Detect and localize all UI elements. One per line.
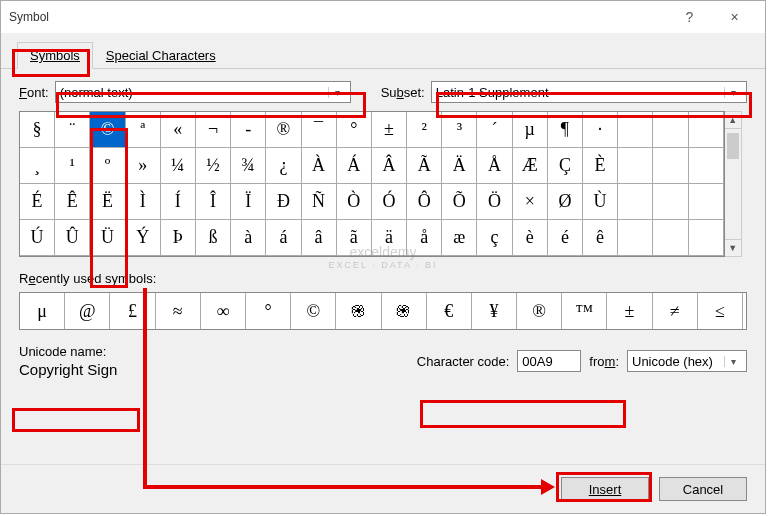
symbol-cell[interactable]: µ: [513, 112, 548, 148]
help-button[interactable]: ?: [667, 2, 712, 32]
symbol-cell[interactable]: [653, 184, 688, 220]
symbol-cell[interactable]: è: [513, 220, 548, 256]
symbol-cell[interactable]: Ò: [337, 184, 372, 220]
symbol-cell[interactable]: Â: [372, 148, 407, 184]
subset-select[interactable]: Latin-1 Supplement ▾: [431, 81, 747, 103]
from-select[interactable]: Unicode (hex) ▾: [627, 350, 747, 372]
symbol-cell[interactable]: å: [407, 220, 442, 256]
symbol-cell[interactable]: É: [20, 184, 55, 220]
symbol-cell[interactable]: Õ: [442, 184, 477, 220]
symbol-cell[interactable]: ã: [337, 220, 372, 256]
symbol-cell[interactable]: ¾: [231, 148, 266, 184]
recent-symbol-cell[interactable]: ≠: [653, 293, 698, 329]
symbol-cell[interactable]: æ: [442, 220, 477, 256]
font-select[interactable]: (normal text) ▾: [55, 81, 351, 103]
symbol-cell[interactable]: Ì: [126, 184, 161, 220]
symbol-cell[interactable]: Ç: [548, 148, 583, 184]
symbol-cell[interactable]: Ð: [266, 184, 301, 220]
symbol-cell[interactable]: Ä: [442, 148, 477, 184]
symbol-cell[interactable]: [653, 148, 688, 184]
recent-symbol-cell[interactable]: ֍: [382, 293, 427, 329]
symbol-cell[interactable]: ¿: [266, 148, 301, 184]
recent-symbol-cell[interactable]: €: [427, 293, 472, 329]
recent-symbol-cell[interactable]: ®: [517, 293, 562, 329]
symbol-cell[interactable]: [618, 112, 653, 148]
symbol-cell[interactable]: [689, 184, 724, 220]
recent-symbol-cell[interactable]: ∞: [201, 293, 246, 329]
symbol-cell[interactable]: [618, 148, 653, 184]
scroll-thumb[interactable]: [727, 133, 739, 159]
symbol-cell[interactable]: ×: [513, 184, 548, 220]
symbol-cell[interactable]: â: [302, 220, 337, 256]
symbol-cell[interactable]: ®: [266, 112, 301, 148]
symbol-cell[interactable]: ³: [442, 112, 477, 148]
symbol-cell[interactable]: -: [231, 112, 266, 148]
tab-special-characters[interactable]: Special Characters: [93, 42, 229, 69]
symbol-cell[interactable]: Î: [196, 184, 231, 220]
recent-symbol-cell[interactable]: ≤: [698, 293, 743, 329]
symbol-cell[interactable]: Ö: [477, 184, 512, 220]
symbol-grid[interactable]: §¨©ª«¬-®¯°±²³´µ¶· ¸¹º»¼½¾¿ÀÁÂÃÄÅÆÇÈÉÊËÌÍ…: [19, 111, 725, 257]
symbol-cell[interactable]: Ó: [372, 184, 407, 220]
symbol-cell[interactable]: Ý: [126, 220, 161, 256]
symbol-cell[interactable]: ß: [196, 220, 231, 256]
close-button[interactable]: ×: [712, 2, 757, 32]
symbol-cell[interactable]: Ù: [583, 184, 618, 220]
symbol-cell[interactable]: ç: [477, 220, 512, 256]
scroll-up-button[interactable]: ▲: [725, 112, 741, 129]
symbol-cell[interactable]: ê: [583, 220, 618, 256]
symbol-cell[interactable]: [689, 148, 724, 184]
scroll-track[interactable]: [725, 129, 741, 239]
symbol-cell[interactable]: é: [548, 220, 583, 256]
symbol-cell[interactable]: ¬: [196, 112, 231, 148]
symbol-cell[interactable]: [689, 220, 724, 256]
symbol-cell[interactable]: [618, 220, 653, 256]
symbol-cell[interactable]: Ú: [20, 220, 55, 256]
symbol-cell[interactable]: ¯: [302, 112, 337, 148]
symbol-cell[interactable]: ©: [90, 112, 125, 148]
recent-symbol-cell[interactable]: μ: [20, 293, 65, 329]
symbol-cell[interactable]: ·: [583, 112, 618, 148]
charcode-input[interactable]: [517, 350, 581, 372]
symbol-cell[interactable]: ¨: [55, 112, 90, 148]
symbol-cell[interactable]: Û: [55, 220, 90, 256]
symbol-cell[interactable]: º: [90, 148, 125, 184]
recent-symbol-cell[interactable]: @: [65, 293, 110, 329]
symbol-cell[interactable]: Ï: [231, 184, 266, 220]
symbol-cell[interactable]: Í: [161, 184, 196, 220]
recent-symbol-cell[interactable]: ¥: [472, 293, 517, 329]
symbol-cell[interactable]: à: [231, 220, 266, 256]
symbol-cell[interactable]: ±: [372, 112, 407, 148]
cancel-button[interactable]: Cancel: [659, 477, 747, 501]
symbol-cell[interactable]: á: [266, 220, 301, 256]
symbol-cell[interactable]: Ü: [90, 220, 125, 256]
symbol-cell[interactable]: °: [337, 112, 372, 148]
symbol-cell[interactable]: Þ: [161, 220, 196, 256]
recent-symbol-cell[interactable]: ≈: [156, 293, 201, 329]
symbol-cell[interactable]: »: [126, 148, 161, 184]
recent-symbol-cell[interactable]: ©: [291, 293, 336, 329]
recent-symbol-cell[interactable]: ֎: [336, 293, 381, 329]
symbol-cell[interactable]: «: [161, 112, 196, 148]
symbol-cell[interactable]: Ñ: [302, 184, 337, 220]
recent-symbol-cell[interactable]: £: [110, 293, 155, 329]
recent-symbol-cell[interactable]: °: [246, 293, 291, 329]
symbol-cell[interactable]: Ã: [407, 148, 442, 184]
symbol-cell[interactable]: [618, 184, 653, 220]
symbol-cell[interactable]: ´: [477, 112, 512, 148]
symbol-cell[interactable]: Ô: [407, 184, 442, 220]
insert-button[interactable]: Insert: [561, 477, 649, 501]
symbol-cell[interactable]: È: [583, 148, 618, 184]
scroll-down-button[interactable]: ▼: [725, 239, 741, 256]
symbol-cell[interactable]: Ë: [90, 184, 125, 220]
symbol-cell[interactable]: Æ: [513, 148, 548, 184]
symbol-cell[interactable]: [653, 112, 688, 148]
symbol-cell[interactable]: ¼: [161, 148, 196, 184]
symbol-cell[interactable]: ½: [196, 148, 231, 184]
symbol-cell[interactable]: À: [302, 148, 337, 184]
recent-symbol-cell[interactable]: ±: [607, 293, 652, 329]
grid-scrollbar[interactable]: ▲ ▼: [725, 111, 742, 257]
symbol-cell[interactable]: [689, 112, 724, 148]
recent-grid[interactable]: μ@£≈∞°©֎֍€¥®™±≠≤: [19, 292, 747, 330]
symbol-cell[interactable]: Å: [477, 148, 512, 184]
